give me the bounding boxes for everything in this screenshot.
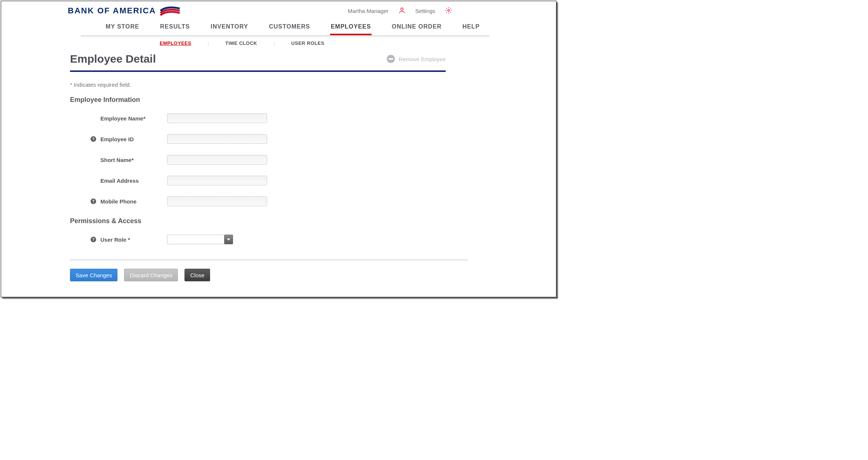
remove-employee-link[interactable]: Remove Employee [387,55,446,63]
subtab-user-roles[interactable]: USER ROLES [288,40,327,46]
svg-point-1 [448,9,450,11]
label-email: Email Address [100,178,163,184]
user-icon[interactable] [398,7,406,15]
brand-flag-icon [160,6,180,16]
row-employee-id: ? Employee ID [70,134,446,144]
row-user-role: ? User Role * [70,235,446,244]
subnav-divider: | [207,40,209,46]
tab-my-store[interactable]: MY STORE [105,21,140,35]
tab-results[interactable]: RESULTS [159,21,190,35]
sub-nav: EMPLOYEES | TIME CLOCK | USER ROLES [1,37,556,49]
header-right: Martha Manager Settings [348,7,452,15]
tab-customers[interactable]: CUSTOMERS [268,21,311,35]
label-employee-id: Employee ID [100,136,163,142]
chevron-down-icon [224,235,233,244]
input-short-name[interactable] [167,155,267,165]
help-icon[interactable]: ? [90,236,97,243]
subtab-time-clock[interactable]: TIME CLOCK [222,40,260,46]
tab-inventory[interactable]: INVENTORY [210,21,249,35]
remove-employee-label: Remove Employee [399,56,446,62]
minus-circle-icon [387,55,395,63]
section-permissions: Permissions & Access [70,217,446,225]
page-title: Employee Detail [70,53,156,65]
section-employee-info: Employee Information [70,96,446,104]
subnav-divider: | [273,40,275,46]
row-email: Email Address [70,176,446,185]
label-employee-name: Employee Name* [100,115,163,122]
main-nav: MY STORE RESULTS INVENTORY CUSTOMERS EMP… [1,21,556,35]
tab-online-order[interactable]: ONLINE ORDER [391,21,442,35]
input-employee-id[interactable] [167,134,267,144]
input-mobile[interactable] [167,196,267,206]
row-employee-name: Employee Name* [70,113,446,123]
input-email[interactable] [167,176,267,185]
svg-text:?: ? [92,237,94,242]
user-name[interactable]: Martha Manager [348,8,389,14]
help-icon[interactable]: ? [90,136,97,142]
select-user-role[interactable] [167,235,278,244]
svg-text:?: ? [92,137,94,141]
title-row: Employee Detail Remove Employee [70,49,446,72]
help-icon[interactable]: ? [90,198,97,205]
discard-button[interactable]: Discard Changes [124,269,178,281]
subtab-employees[interactable]: EMPLOYEES [157,40,194,46]
tab-help[interactable]: HELP [462,21,480,35]
row-mobile: ? Mobile Phone [70,196,446,206]
brand-logo: BANK OF AMERICA [68,6,180,16]
footer-buttons: Save Changes Discard Changes Close [1,261,556,281]
app-window: BANK OF AMERICA Martha Manager Settings [1,1,556,297]
tab-employees[interactable]: EMPLOYEES [330,21,372,35]
gear-icon[interactable] [445,7,452,15]
settings-link[interactable]: Settings [415,8,435,14]
label-mobile: Mobile Phone [100,198,163,205]
save-button[interactable]: Save Changes [70,269,117,281]
content: Employee Detail Remove Employee * Indica… [1,49,468,244]
svg-text:?: ? [92,199,94,203]
input-employee-name[interactable] [167,113,267,123]
header: BANK OF AMERICA Martha Manager Settings [1,1,556,16]
row-short-name: Short Name* [70,155,446,165]
label-user-role: User Role * [100,236,163,243]
close-button[interactable]: Close [184,269,210,281]
select-user-role-value [167,235,224,244]
label-short-name: Short Name* [100,157,163,163]
required-note: * Indicates required field. [70,72,446,96]
svg-point-0 [400,8,403,10]
brand-text: BANK OF AMERICA [68,6,156,16]
